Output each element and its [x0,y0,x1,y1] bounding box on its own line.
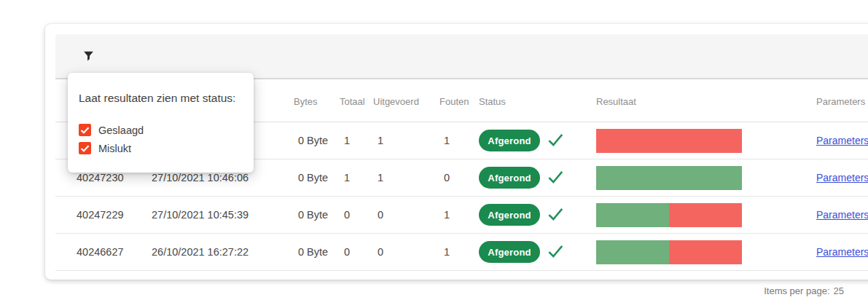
cell-resultaat [596,166,816,190]
cell-totaal: 1 [340,135,373,146]
items-per-page-label: Items per page: [764,285,829,296]
result-success-segment [596,166,742,190]
parameters-link[interactable]: Parameters [816,135,868,146]
status-badge: Afgerond [479,241,540,263]
result-bar [596,240,742,264]
filter-button[interactable] [76,44,101,69]
cell-totaal: 1 [340,172,373,183]
cell-fouten: 1 [439,246,479,258]
check-icon [546,242,565,263]
header-parameters: Parameters [816,96,868,107]
status-badge: Afgerond [479,204,540,226]
header-totaal: Totaal [340,96,373,107]
cell-date: 27/10/2021 10:45:39 [152,209,294,221]
check-icon [546,205,565,226]
cell-status: Afgerond [479,130,596,151]
result-fail-segment [669,203,742,227]
status-badge: Afgerond [479,130,540,151]
result-bar [596,203,742,227]
header-status: Status [479,96,596,107]
items-per-page-value[interactable]: 25 [834,285,844,296]
cell-bytes: 0 Byte [294,135,340,146]
table-row: 40247229 27/10/2021 10:45:39 0 Byte 0 0 … [55,197,868,234]
filter-popup-title: Laat resultaten zien met status: [79,92,243,105]
cell-bytes: 0 Byte [294,172,340,183]
result-fail-segment [669,240,742,264]
result-success-segment [596,203,669,227]
cell-resultaat [596,203,816,227]
header-fouten: Fouten [439,96,479,107]
checkbox-checked-icon[interactable] [79,142,91,154]
result-bar [596,166,742,190]
cell-id: 40247229 [55,209,152,221]
result-success-segment [596,240,669,264]
cell-fouten: 1 [439,209,479,221]
parameters-link[interactable]: Parameters [816,246,868,258]
table-row: 40246627 26/10/2021 16:27:22 0 Byte 0 0 … [55,234,868,271]
cell-parameters: Parameters [816,209,868,221]
cell-parameters: Parameters [816,172,868,183]
cell-status: Afgerond [479,167,596,189]
cell-fouten: 1 [439,135,479,146]
result-bar [596,129,742,153]
cell-id: 40246627 [55,246,152,258]
cell-resultaat [596,129,816,153]
cell-bytes: 0 Byte [294,209,340,221]
funnel-icon [82,50,95,65]
cell-uitgevoerd: 1 [373,135,439,146]
parameters-link[interactable]: Parameters [816,209,868,221]
cell-totaal: 0 [340,209,373,221]
cell-bytes: 0 Byte [294,246,340,258]
cell-status: Afgerond [479,204,596,226]
cell-date: 26/10/2021 16:27:22 [152,246,294,258]
paginator: Items per page: 25 [764,285,844,296]
filter-popup: Laat resultaten zien met status: Geslaag… [68,73,254,173]
header-uitgevoerd: Uitgevoerd [373,96,439,107]
filter-option-label: Geslaagd [98,125,144,136]
cell-resultaat [596,240,816,264]
cell-id: 40247230 [55,172,152,183]
result-fail-segment [596,129,742,153]
header-bytes: Bytes [294,96,340,107]
checkbox-checked-icon[interactable] [79,124,91,136]
cell-totaal: 0 [340,246,373,258]
parameters-link[interactable]: Parameters [816,172,868,183]
cell-parameters: Parameters [816,135,868,146]
check-icon [546,130,565,151]
cell-date: 27/10/2021 10:46:06 [152,172,294,183]
filter-option-label: Mislukt [98,143,131,154]
filter-option-mislukt[interactable]: Mislukt [79,139,243,157]
cell-uitgevoerd: 0 [373,246,439,258]
check-icon [546,167,565,189]
header-resultaat: Resultaat [596,96,816,107]
cell-fouten: 0 [439,172,479,183]
cell-parameters: Parameters [816,246,868,258]
cell-status: Afgerond [479,241,596,263]
filter-option-geslaagd[interactable]: Geslaagd [79,121,243,139]
cell-uitgevoerd: 1 [373,172,439,183]
cell-uitgevoerd: 0 [373,209,439,221]
status-badge: Afgerond [479,167,540,189]
